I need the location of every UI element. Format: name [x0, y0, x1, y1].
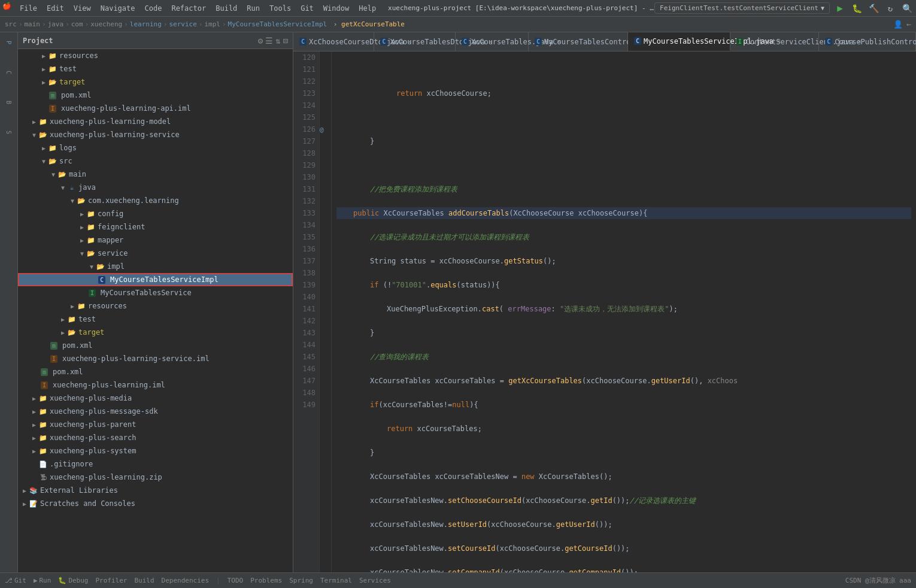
tree-item-iml2[interactable]: I xuecheng-plus-learning-service.iml	[18, 352, 293, 365]
todo-label: TODO	[228, 577, 244, 584]
tree-item-test2[interactable]: ▶ 📁 test	[18, 313, 293, 326]
tree-item-scratches[interactable]: ▶ 📝 Scratches and Consoles	[18, 497, 293, 510]
tree-item-resources2[interactable]: ▶ 📁 resources	[18, 299, 293, 313]
folder-icon-service-pkg: 📂	[86, 248, 96, 258]
bottom-run[interactable]: ▶ Run	[34, 577, 51, 584]
menu-tools[interactable]: Tools	[265, 3, 296, 14]
breadcrumb-src[interactable]: src	[5, 20, 17, 28]
tree-item-impl[interactable]: ▼ 📂 impl	[18, 260, 293, 273]
tree-label-model: xuecheng-plus-learning-model	[50, 117, 171, 126]
bottom-dependencies[interactable]: Dependencies	[162, 577, 209, 584]
folder-icon-media: 📁	[38, 393, 48, 403]
tree-item-config[interactable]: ▶ 📁 config	[18, 207, 293, 220]
tree-item-java[interactable]: ▼ ☕ java	[18, 181, 293, 194]
structure-icon[interactable]: S	[1, 125, 17, 140]
bottom-problems[interactable]: Problems	[250, 577, 282, 584]
breadcrumb-impl[interactable]: impl	[204, 20, 220, 28]
tree-item-system[interactable]: ▶ 📁 xuecheng-plus-system	[18, 444, 293, 457]
bottom-terminal[interactable]: Terminal	[320, 577, 352, 584]
tree-item-target1[interactable]: ▶ 📂 target	[18, 75, 293, 89]
bottom-profiler[interactable]: Profiler	[96, 577, 128, 584]
reload-button[interactable]: ↻	[884, 2, 897, 15]
tree-item-iml3[interactable]: I xuecheng-plus-learning.iml	[18, 378, 293, 392]
run-button[interactable]: ▶	[833, 2, 847, 15]
tab-content-service-client[interactable]: I ContentServiceClient.java ✕	[730, 32, 820, 51]
breadcrumb-main[interactable]: main	[25, 20, 41, 28]
sidebar-collapse-icon[interactable]: ⊟	[283, 36, 288, 46]
menu-file[interactable]: File	[15, 3, 42, 14]
menu-window[interactable]: Window	[319, 3, 354, 14]
tab-xc-choose-course-dto[interactable]: C XcChooseCourseDto.java ✕	[293, 32, 374, 51]
tab-my-course-controller[interactable]: C MyCourseTablesController.java ✕	[529, 32, 628, 51]
tree-item-search[interactable]: ▶ 📁 xuecheng-plus-search	[18, 431, 293, 444]
tree-item-pom2[interactable]: m pom.xml	[18, 339, 293, 352]
tree-item-message[interactable]: ▶ 📁 xuecheng-plus-message-sdk	[18, 405, 293, 418]
tree-item-package[interactable]: ▼ 📂 com.xuecheng.learning	[18, 194, 293, 207]
search-button[interactable]: 🔍	[900, 2, 914, 15]
tree-item-test[interactable]: ▶ 📁 test	[18, 62, 293, 75]
tree-arrow-resources: ▶	[40, 53, 48, 59]
tree-item-gitignore[interactable]: 📄 .gitignore	[18, 457, 293, 471]
folder-icon-message: 📁	[38, 407, 48, 416]
tree-item-zip[interactable]: 🗜 xuecheng-plus-learning.zip	[18, 471, 293, 484]
tree-item-target2[interactable]: ▶ 📂 target	[18, 326, 293, 339]
vcs-icon[interactable]: 👤	[893, 20, 903, 29]
commit-icon[interactable]: C	[1, 65, 17, 80]
tree-item-resources[interactable]: ▶ 📁 resources	[18, 49, 293, 62]
tree-item-iml1[interactable]: I xuecheng-plus-learning-api.iml	[18, 102, 293, 115]
code-editor[interactable]: 120 121 122 123 124 125 126 127 128 129 …	[293, 51, 916, 572]
project-icon[interactable]: P	[1, 35, 17, 50]
tab-my-course-service-impl[interactable]: C MyCourseTablesServiceImpl.java ✕	[628, 32, 730, 51]
sidebar-settings-icon[interactable]: ⚙	[258, 36, 263, 46]
bottom-build[interactable]: Build	[134, 577, 154, 584]
menu-navigate[interactable]: Navigate	[96, 3, 140, 14]
menu-build[interactable]: Build	[211, 3, 242, 14]
tree-item-src[interactable]: ▼ 📂 src	[18, 154, 293, 168]
breadcrumb-service[interactable]: service	[169, 20, 196, 28]
tree-item-feign[interactable]: ▶ 📁 feignclient	[18, 220, 293, 234]
tree-item-ext-libs[interactable]: ▶ 📚 External Libraries	[18, 484, 293, 497]
tab-course-publish-controller[interactable]: C CoursePublishController.java ✕	[819, 32, 916, 51]
tree-item-parent[interactable]: ▶ 📁 xuecheng-plus-parent	[18, 418, 293, 431]
debug-button[interactable]: 🐛	[850, 2, 863, 15]
menu-edit[interactable]: Edit	[42, 3, 69, 14]
sidebar-expand-icon[interactable]: ⇅	[275, 36, 280, 46]
menu-refactor[interactable]: Refactor	[166, 3, 211, 14]
sidebar-tree[interactable]: ▶ 📁 resources ▶ 📁 test ▶ 📂 target	[18, 49, 293, 572]
tree-item-mapper[interactable]: ▶ 📁 mapper	[18, 234, 293, 247]
tree-item-logs[interactable]: ▶ 📁 logs	[18, 141, 293, 154]
tree-item-service[interactable]: ▼ 📂 xuecheng-plus-learning-service	[18, 128, 293, 141]
bottom-services[interactable]: Services	[359, 577, 391, 584]
tree-item-media[interactable]: ▶ 📁 xuecheng-plus-media	[18, 392, 293, 405]
breadcrumb-xuecheng[interactable]: xuecheng	[90, 20, 122, 28]
menu-run[interactable]: Run	[242, 3, 265, 14]
build-label: Build	[134, 577, 154, 584]
menu-git[interactable]: Git	[296, 3, 319, 14]
breadcrumb-com[interactable]: com	[71, 20, 83, 28]
breadcrumb-file[interactable]: MyCourseTablesServiceImpl	[228, 20, 327, 28]
tree-label-system: xuecheng-plus-system	[50, 447, 137, 455]
bottom-git[interactable]: ⎇ Git	[5, 577, 26, 584]
tab-xc-course-tables-dto[interactable]: C XcCourseTablesDto.java ✕	[374, 32, 455, 51]
menu-code[interactable]: Code	[140, 3, 167, 14]
bookmarks-icon[interactable]: B	[1, 95, 17, 110]
tree-item-service-iface[interactable]: I MyCourseTablesService	[18, 286, 293, 299]
tree-item-impl-class[interactable]: C MyCourseTablesServiceImpl	[18, 273, 293, 286]
tree-item-pom1[interactable]: m pom.xml	[18, 89, 293, 102]
breadcrumb-learning[interactable]: learning	[130, 20, 162, 28]
sidebar-layout-icon[interactable]: ☰	[265, 36, 273, 46]
navigate-back-icon[interactable]: ←	[906, 20, 911, 29]
menu-view[interactable]: View	[69, 3, 96, 14]
tree-item-pom3[interactable]: m pom.xml	[18, 365, 293, 378]
tree-item-service-pkg[interactable]: ▼ 📂 service	[18, 247, 293, 260]
breadcrumb-java[interactable]: java	[48, 20, 64, 28]
tree-item-main[interactable]: ▼ 📂 main	[18, 168, 293, 181]
run-config-selector[interactable]: FeignClientTest.testContentServiceClient…	[654, 2, 830, 14]
bottom-spring[interactable]: Spring	[289, 577, 313, 584]
bottom-todo[interactable]: TODO	[228, 577, 244, 584]
tab-xc-course-tables[interactable]: C XcCourseTables.java ✕	[456, 32, 529, 51]
tree-item-model[interactable]: ▶ 📁 xuecheng-plus-learning-model	[18, 115, 293, 128]
bottom-debug[interactable]: 🐛 Debug	[58, 577, 88, 584]
build-button[interactable]: 🔨	[867, 2, 880, 15]
menu-help[interactable]: Help	[354, 3, 381, 14]
